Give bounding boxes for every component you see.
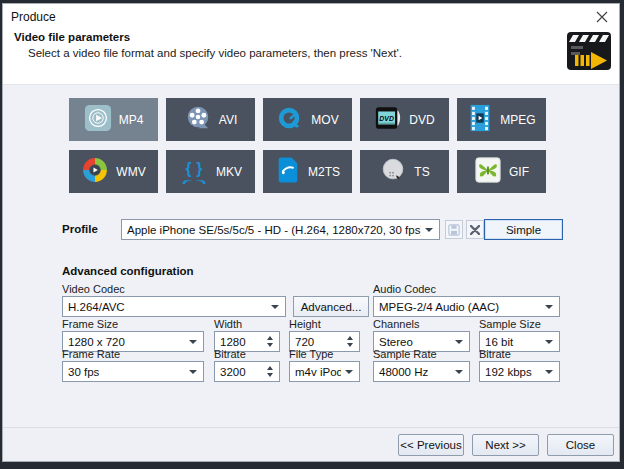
next-button[interactable]: Next >>	[472, 434, 539, 456]
format-button-mpeg[interactable]: MPEG	[457, 98, 546, 141]
spin-up-icon[interactable]	[347, 336, 353, 340]
width-label: Width	[214, 318, 242, 330]
clapperboard-arrow-icon	[566, 30, 612, 76]
advanced-section-title: Advanced configuration	[62, 265, 194, 277]
dialog-footer: << Previous Next >> Close	[3, 427, 619, 461]
spinner-buttons[interactable]	[263, 366, 279, 377]
video-codec-label: Video Codec	[62, 283, 125, 295]
svg-text:DVD: DVD	[380, 115, 395, 122]
frame-rate-label: Frame Rate	[62, 348, 120, 360]
audio-codec-dropdown[interactable]: MPEG-2/4 Audio (AAC)	[373, 296, 560, 317]
butterfly-icon	[474, 156, 502, 187]
frame-rate-dropdown[interactable]: 30 fps	[62, 361, 204, 382]
chevron-down-icon	[425, 228, 433, 232]
format-label: GIF	[509, 165, 529, 179]
page-title: Video file parameters	[14, 31, 130, 43]
spinner-buttons[interactable]	[263, 336, 279, 347]
format-button-mov[interactable]: MOV	[263, 98, 352, 141]
format-button-avi[interactable]: AVI	[166, 98, 255, 141]
chevron-down-icon	[545, 340, 553, 344]
sample-size-label: Sample Size	[479, 318, 541, 330]
format-label: TS	[414, 165, 429, 179]
dvd-disc-icon: DVD	[374, 104, 402, 135]
sample-rate-dropdown[interactable]: 48000 Hz	[373, 361, 470, 382]
audio-bitrate-label: Bitrate	[479, 348, 511, 360]
file-type-dropdown[interactable]: m4v iPod	[289, 361, 360, 382]
page-subtitle: Select a video file format and specify v…	[28, 47, 402, 59]
spin-down-icon[interactable]	[267, 343, 273, 347]
bluray-icon	[275, 156, 301, 187]
gray-sphere-icon	[379, 156, 407, 187]
spin-down-icon[interactable]	[347, 343, 353, 347]
height-label: Height	[289, 318, 321, 330]
chevron-down-icon	[455, 340, 463, 344]
profile-value: Apple iPhone SE/5s/5c/5 - HD - (H.264, 1…	[127, 224, 421, 236]
format-label: MPEG	[500, 113, 535, 127]
mp4-player-icon	[84, 104, 112, 135]
format-button-ts[interactable]: TS	[360, 150, 449, 193]
format-label: WMV	[116, 165, 145, 179]
chevron-down-icon	[189, 370, 197, 374]
format-button-mp4[interactable]: MP4	[69, 98, 158, 141]
close-icon[interactable]	[591, 7, 613, 27]
chevron-down-icon	[545, 305, 553, 309]
format-label: MP4	[119, 113, 144, 127]
video-bitrate-label: Bitrate	[214, 348, 246, 360]
quicktime-icon	[276, 104, 304, 135]
profile-label: Profile	[62, 223, 98, 235]
spin-up-icon[interactable]	[267, 366, 273, 370]
curly-braces-icon: { }	[179, 156, 209, 187]
close-button[interactable]: Close	[547, 434, 614, 456]
spinner-buttons[interactable]	[343, 336, 359, 347]
chevron-down-icon	[545, 370, 553, 374]
save-profile-icon[interactable]	[445, 220, 463, 239]
channels-label: Channels	[373, 318, 419, 330]
format-button-wmv[interactable]: WMV	[69, 150, 158, 193]
format-label: M2TS	[308, 165, 340, 179]
chevron-down-icon	[271, 305, 279, 309]
format-label: MOV	[311, 113, 338, 127]
video-bitrate-stepper[interactable]: 3200	[214, 361, 280, 382]
spin-up-icon[interactable]	[267, 336, 273, 340]
dialog-header: Produce Video file parameters Select a v…	[3, 4, 619, 85]
format-grid: MP4 AVI	[69, 98, 546, 193]
format-button-m2ts[interactable]: M2TS	[263, 150, 352, 193]
previous-button[interactable]: << Previous	[398, 434, 464, 456]
chevron-down-icon	[189, 340, 197, 344]
audio-bitrate-dropdown[interactable]: 192 kbps	[479, 361, 560, 382]
profile-dropdown[interactable]: Apple iPhone SE/5s/5c/5 - HD - (H.264, 1…	[121, 219, 440, 240]
color-wheel-play-icon	[81, 156, 109, 187]
format-label: AVI	[219, 113, 237, 127]
simple-button[interactable]: Simple	[484, 219, 563, 240]
frame-size-label: Frame Size	[62, 318, 118, 330]
audio-codec-label: Audio Codec	[373, 283, 436, 295]
chevron-down-icon	[345, 370, 353, 374]
file-type-label: File Type	[289, 348, 333, 360]
format-label: MKV	[216, 165, 242, 179]
svg-text:{ }: { }	[186, 160, 203, 177]
produce-dialog: Produce Video file parameters Select a v…	[2, 3, 620, 462]
format-button-gif[interactable]: GIF	[457, 150, 546, 193]
format-label: DVD	[409, 113, 434, 127]
chevron-down-icon	[455, 370, 463, 374]
advanced-button[interactable]: Advanced...	[293, 296, 369, 317]
window-title: Produce	[11, 10, 56, 24]
delete-profile-icon[interactable]	[466, 220, 484, 239]
film-reel-icon	[184, 104, 212, 135]
video-codec-dropdown[interactable]: H.264/AVC	[62, 296, 286, 317]
sample-rate-label: Sample Rate	[373, 348, 437, 360]
filmstrip-icon	[467, 104, 493, 135]
format-button-dvd[interactable]: DVD DVD	[360, 98, 449, 141]
spin-down-icon[interactable]	[267, 373, 273, 377]
format-button-mkv[interactable]: { } MKV	[166, 150, 255, 193]
